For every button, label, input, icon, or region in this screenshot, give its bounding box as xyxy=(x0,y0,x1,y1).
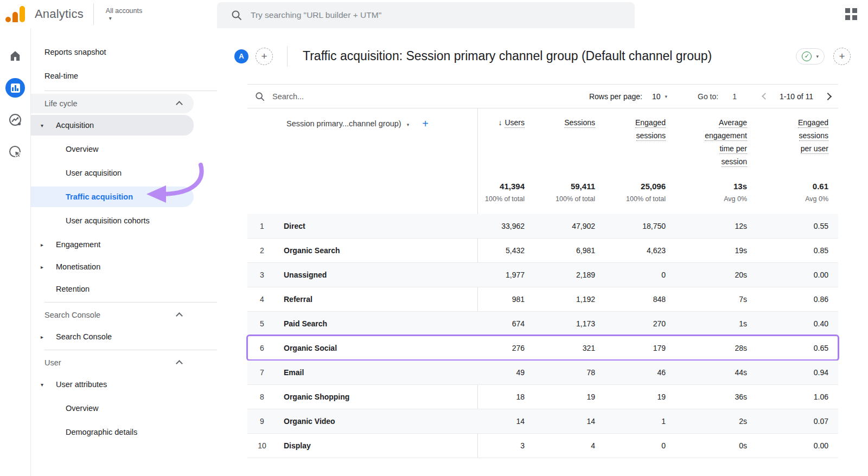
metric-value: 14 xyxy=(534,417,605,426)
channel-name: Direct xyxy=(277,222,477,230)
sidebar-item-engagement[interactable]: ▸ Engagement xyxy=(31,234,194,255)
app-bar: Analytics All accounts ▾ xyxy=(0,0,868,28)
triangle-down-icon: ▾ xyxy=(41,382,49,388)
metric-value: 0.00 xyxy=(757,271,838,279)
row-number: 9 xyxy=(247,417,277,426)
report-main: A + Traffic acquisition: Session primary… xyxy=(232,28,868,476)
table-header-row: Session primary...channel group) ▾ + ↓Us… xyxy=(247,108,838,173)
section-header-life-cycle[interactable]: Life cycle xyxy=(31,94,194,113)
section-header-user[interactable]: User xyxy=(31,353,194,372)
sidebar-item-acquisition-overview[interactable]: Overview xyxy=(31,137,194,161)
sidebar-item-user-acquisition[interactable]: User acquisition xyxy=(31,161,194,185)
table-search-input[interactable] xyxy=(272,92,392,101)
apps-grid-icon[interactable] xyxy=(845,8,857,20)
rows-per-page-select[interactable]: 10 ▾ xyxy=(652,92,667,101)
table-controls: Rows per page: 10 ▾ Go to: 1 1-10 of 11 xyxy=(247,84,838,108)
totals-row: 41,394100% of total 59,411100% of total … xyxy=(247,173,838,214)
metric-value: 3 xyxy=(477,441,534,450)
table-row-organic-video: 9Organic Video141412s0.07 xyxy=(247,409,838,434)
metric-value: 179 xyxy=(605,344,675,352)
check-circle-icon: ✓ xyxy=(802,52,812,61)
row-number: 6 xyxy=(247,344,277,352)
previous-page-icon[interactable] xyxy=(762,93,769,100)
triangle-right-icon: ▸ xyxy=(41,334,49,340)
column-header-average-engagement-time-per-session[interactable]: Averageengagementtime persession xyxy=(675,108,757,173)
chevron-up-icon xyxy=(176,312,183,319)
metric-value: 49 xyxy=(477,368,534,377)
sidebar-item-monetisation[interactable]: ▸ Monetisation xyxy=(31,256,194,277)
column-header-sessions[interactable]: Sessions xyxy=(534,108,605,173)
metric-value: 1,977 xyxy=(477,271,534,279)
analytics-logo-icon[interactable] xyxy=(5,5,27,23)
report-nav: Reports snapshot Real-time Life cycle ▾ … xyxy=(31,28,232,476)
triangle-right-icon: ▸ xyxy=(41,242,49,248)
column-header-users[interactable]: ↓Users xyxy=(477,108,534,173)
row-number: 7 xyxy=(247,368,277,377)
row-number: 4 xyxy=(247,295,277,304)
channel-name: Organic Shopping xyxy=(277,393,477,401)
metric-value: 33,962 xyxy=(477,222,534,230)
table-row-direct: 1Direct33,96247,90218,75012s0.55 xyxy=(247,214,838,239)
metric-value: 0 xyxy=(605,271,675,279)
sort-descending-icon: ↓ xyxy=(498,118,502,127)
metric-value: 1,173 xyxy=(534,319,605,328)
channel-name: Email xyxy=(277,368,477,377)
sidebar-item-acquisition[interactable]: ▾ Acquisition xyxy=(31,115,194,136)
customize-report-button[interactable]: + xyxy=(833,48,851,65)
channel-name: Display xyxy=(277,441,477,450)
divider xyxy=(44,350,217,350)
chevron-up-icon xyxy=(176,101,183,108)
metric-value: 0 xyxy=(605,441,675,450)
home-icon[interactable] xyxy=(2,43,28,69)
channel-name: Organic Video xyxy=(277,417,477,426)
sidebar-item-retention[interactable]: Retention xyxy=(31,279,194,299)
column-header-engaged-sessions-per-user[interactable]: Engagedsessionsper user xyxy=(757,108,838,173)
divider xyxy=(44,91,217,91)
account-switcher[interactable]: All accounts ▾ xyxy=(106,7,142,21)
sidebar-item-real-time[interactable]: Real-time xyxy=(31,64,232,88)
metric-value: 28s xyxy=(675,344,757,352)
add-dimension-button[interactable]: + xyxy=(422,118,429,130)
sidebar-item-reports-snapshot[interactable]: Reports snapshot xyxy=(31,40,232,64)
metric-value: 36s xyxy=(675,393,757,401)
dimension-selector[interactable]: Session primary...channel group) ▾ + xyxy=(247,108,477,173)
chevron-down-icon: ▾ xyxy=(109,15,112,21)
report-status-dropdown[interactable]: ✓ ▾ xyxy=(796,48,825,65)
metric-value: 1,192 xyxy=(534,295,605,304)
row-number: 10 xyxy=(247,441,277,450)
sidebar-item-demographic-details[interactable]: Demographic details xyxy=(31,420,194,444)
sidebar-item-user-acquisition-cohorts[interactable]: User acquisition cohorts xyxy=(31,209,194,233)
sidebar-item-user-attributes-overview[interactable]: Overview xyxy=(31,396,194,420)
metric-value: 14 xyxy=(477,417,534,426)
metric-value: 848 xyxy=(605,295,675,304)
column-header-engaged-sessions[interactable]: Engagedsessions xyxy=(605,108,675,173)
channel-name: Organic Search xyxy=(277,246,477,255)
rows-per-page-label: Rows per page: xyxy=(589,92,642,101)
explore-icon[interactable] xyxy=(2,107,28,133)
table-row-organic-search: 2Organic Search5,4326,9814,62319s0.85 xyxy=(247,239,838,263)
section-header-search-console[interactable]: Search Console xyxy=(31,305,194,325)
brand-name: Analytics xyxy=(35,7,84,21)
table-row-organic-shopping: 8Organic Shopping18191936s1.06 xyxy=(247,385,838,409)
sidebar-item-search-console[interactable]: ▸ Search Console xyxy=(31,326,194,347)
sidebar-item-user-attributes[interactable]: ▾ User attributes xyxy=(31,374,194,395)
sidebar-item-traffic-acquisition[interactable]: Traffic acquisition xyxy=(31,186,194,207)
reports-icon[interactable] xyxy=(2,75,28,101)
brand-divider xyxy=(93,3,94,25)
metric-value: 0.55 xyxy=(757,222,838,230)
table-search[interactable] xyxy=(247,92,392,101)
metric-value: 44s xyxy=(675,368,757,377)
chevron-up-icon xyxy=(176,360,183,367)
add-comparison-button[interactable]: + xyxy=(256,48,273,65)
metric-value: 4 xyxy=(534,441,605,450)
ga4-app: Analytics All accounts ▾ xyxy=(0,0,868,476)
next-page-icon[interactable] xyxy=(824,92,832,100)
global-search[interactable] xyxy=(217,2,635,28)
metric-value: 47,902 xyxy=(534,222,605,230)
goto-page-input[interactable]: 1 xyxy=(732,92,737,101)
advertising-icon[interactable] xyxy=(2,139,28,165)
chevron-down-icon: ▾ xyxy=(665,94,668,99)
global-search-input[interactable] xyxy=(251,10,576,20)
metric-value: 2s xyxy=(675,417,757,426)
account-switcher-label: All accounts xyxy=(106,7,142,15)
